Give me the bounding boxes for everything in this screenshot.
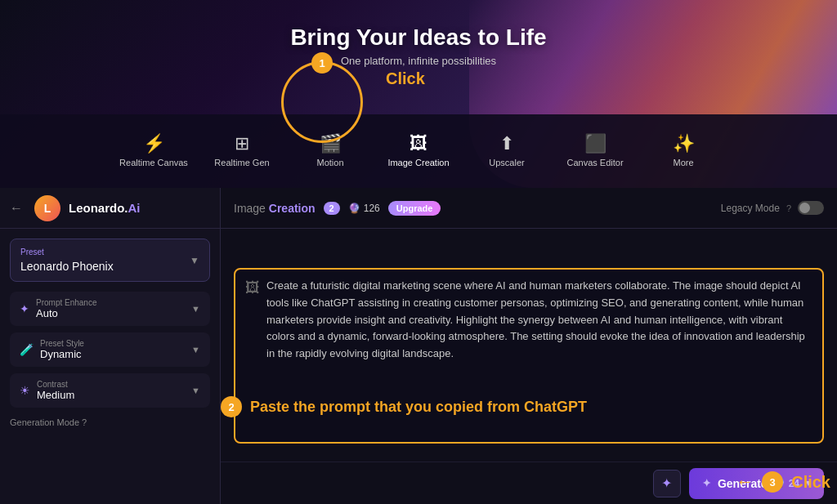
sidebar: ← L Leonardo.Ai Preset Leonardo Phoenix … <box>0 188 221 504</box>
preset-style-arrow: ▼ <box>191 345 200 355</box>
hero-subtitle: One platform, infinite possibilities <box>290 55 546 67</box>
sidebar-header: ← L Leonardo.Ai <box>0 188 220 229</box>
prompt-enhance-text: Prompt Enhance Auto <box>36 298 185 319</box>
nav-label-upscaler: Upscaler <box>489 158 524 167</box>
prompt-enhance-label: Prompt Enhance <box>36 298 185 307</box>
hero-title: Bring Your Ideas to Life <box>290 25 546 51</box>
generation-mode-label: Generation Mode ? <box>10 414 210 430</box>
preset-label: Preset <box>20 248 199 256</box>
nav-label-realtime-gen: Realtime Gen <box>214 158 269 167</box>
preset-selector[interactable]: Preset Leonardo Phoenix ▼ <box>10 239 210 282</box>
nav-label-more: More <box>673 158 693 167</box>
nav-item-image-creation[interactable]: 🖼 Image Creation <box>378 119 459 183</box>
header-tokens: 🔮 126 <box>348 203 380 214</box>
realtime-canvas-icon: ⚡ <box>143 135 165 153</box>
preset-style-text: Preset Style Dynamic <box>40 339 185 360</box>
prompt-enhance-control[interactable]: ✦ Prompt Enhance Auto ▼ <box>10 292 210 326</box>
nav-item-realtime-gen[interactable]: ⊞ Realtime Gen <box>201 119 283 183</box>
hero-section: Bring Your Ideas to Life One platform, i… <box>0 0 837 188</box>
contrast-value: Medium <box>37 389 185 401</box>
legacy-mode-label: Legacy Mode <box>721 203 780 214</box>
annotation-arrow-3: ← <box>736 471 754 493</box>
realtime-gen-icon: ⊞ <box>235 135 249 153</box>
sidebar-logo-text: Leonardo.Ai <box>69 201 141 215</box>
logo-avatar: L <box>34 195 60 221</box>
nav-item-realtime-canvas[interactable]: ⚡ Realtime Canvas <box>113 119 195 183</box>
back-arrow-icon[interactable]: ← <box>10 201 23 216</box>
annotation-num-2: 2 <box>221 396 242 417</box>
motion-icon: 🎬 <box>320 135 342 153</box>
annotation-text-3: Click <box>791 473 830 492</box>
prompt-enhance-arrow: ▼ <box>191 304 200 314</box>
image-creation-label: Image Creation <box>234 202 316 215</box>
preset-style-icon: 🧪 <box>20 343 34 356</box>
more-icon: ✨ <box>673 135 695 153</box>
header-right: Legacy Mode ? <box>721 201 824 215</box>
contrast-text: Contrast Medium <box>37 380 185 401</box>
nav-item-motion[interactable]: 🎬 Motion <box>289 119 371 183</box>
preset-value: Leonardo Phoenix <box>20 260 199 273</box>
annotation-2: 2 Paste the prompt that you copied from … <box>221 396 587 417</box>
generate-icon: ✦ <box>702 477 711 489</box>
nav-label-image-creation: Image Creation <box>387 158 449 167</box>
preset-style-label: Preset Style <box>40 339 185 348</box>
preset-style-control[interactable]: 🧪 Preset Style Dynamic ▼ <box>10 332 210 367</box>
click-label-1: Click <box>386 69 425 88</box>
annotation-num-3: 3 <box>762 471 783 493</box>
hero-text-block: Bring Your Ideas to Life One platform, i… <box>290 25 546 67</box>
annotation-3: ← 3 Click <box>736 471 830 493</box>
main-header: Image Creation 2 🔮 126 Upgrade Legacy Mo… <box>221 188 837 229</box>
contrast-label: Contrast <box>37 380 185 389</box>
header-badge: 2 <box>324 202 340 215</box>
nav-label-canvas-editor: Canvas Editor <box>566 158 623 167</box>
nav-item-more[interactable]: ✨ More <box>642 119 724 183</box>
prompt-enhance-icon: ✦ <box>20 302 29 315</box>
legacy-mode-toggle[interactable] <box>798 201 824 215</box>
prompt-area: 🖼 Create a futuristic digital marketing … <box>221 258 837 462</box>
preset-dropdown-arrow: ▼ <box>190 255 199 266</box>
bottom-section: ← L Leonardo.Ai Preset Leonardo Phoenix … <box>0 188 837 504</box>
annotation-text-2: Paste the prompt that you copied from Ch… <box>250 399 587 416</box>
upscaler-icon: ⬆ <box>499 135 514 153</box>
contrast-arrow: ▼ <box>191 386 200 395</box>
upgrade-button[interactable]: Upgrade <box>388 201 441 216</box>
main-content: Image Creation 2 🔮 126 Upgrade Legacy Mo… <box>221 188 837 504</box>
nav-label-motion: Motion <box>316 158 343 167</box>
token-icon: 🔮 <box>348 203 360 214</box>
preset-style-value: Dynamic <box>40 348 185 360</box>
contrast-icon: ☀ <box>20 384 30 397</box>
sidebar-content: Preset Leonardo Phoenix ▼ ✦ Prompt Enhan… <box>0 229 220 440</box>
image-creation-icon: 🖼 <box>410 135 427 153</box>
nav-item-canvas-editor[interactable]: ⬛ Canvas Editor <box>554 119 636 183</box>
canvas-editor-icon: ⬛ <box>584 135 606 153</box>
nav-bar: ⚡ Realtime Canvas ⊞ Realtime Gen 🎬 Motio… <box>0 114 837 188</box>
legacy-help-icon[interactable]: ? <box>786 203 791 213</box>
contrast-control[interactable]: ☀ Contrast Medium ▼ <box>10 373 210 408</box>
prompt-enhance-value: Auto <box>36 307 185 319</box>
sparkle-button[interactable]: ✦ <box>653 470 681 497</box>
nav-label-realtime-canvas: Realtime Canvas <box>119 158 188 167</box>
nav-item-upscaler[interactable]: ⬆ Upscaler <box>466 119 548 183</box>
toggle-dot <box>799 203 810 213</box>
